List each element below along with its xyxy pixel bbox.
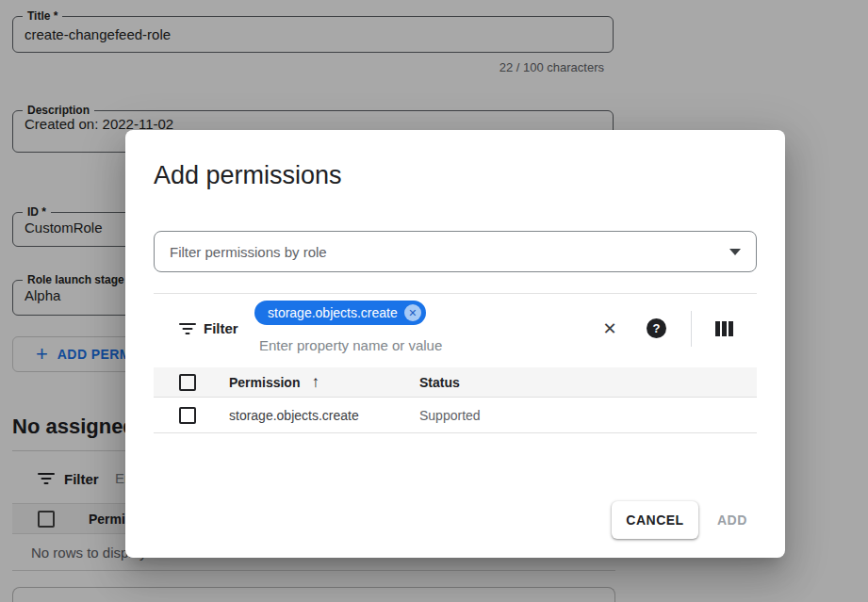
select-all-checkbox[interactable]	[179, 374, 196, 391]
role-dropdown-placeholder: Filter permissions by role	[170, 244, 729, 260]
status-column-header[interactable]: Status	[419, 375, 460, 390]
chip-remove-icon[interactable]: ✕	[404, 304, 421, 321]
permission-column-header[interactable]: Permission ↑	[229, 373, 394, 392]
dialog-title: Add permissions	[154, 161, 342, 190]
status-column-label: Status	[419, 375, 460, 390]
add-button[interactable]: ADD	[717, 501, 747, 539]
divider	[691, 311, 692, 347]
divider	[154, 293, 757, 294]
filter-chip[interactable]: storage.objects.create ✕	[254, 301, 426, 325]
filter-permissions-by-role-dropdown[interactable]: Filter permissions by role	[154, 231, 757, 272]
create-role-page: Title * create-changefeed-role 22 / 100 …	[0, 0, 868, 602]
sort-ascending-icon: ↑	[311, 373, 319, 392]
permissions-table-header: Permission ↑ Status	[154, 367, 757, 398]
status-cell: Supported	[419, 408, 481, 423]
cancel-button[interactable]: CANCEL	[612, 501, 698, 539]
permission-cell: storage.objects.create	[229, 408, 394, 423]
add-permissions-dialog: Add permissions Filter permissions by ro…	[125, 130, 785, 558]
column-display-icon[interactable]	[715, 321, 733, 336]
clear-filter-icon[interactable]: ✕	[598, 317, 622, 341]
filter-chip-label: storage.objects.create	[268, 305, 398, 320]
chevron-down-icon	[729, 249, 741, 255]
filter-icon	[179, 322, 196, 335]
permission-table-row[interactable]: storage.objects.create Supported	[154, 399, 757, 433]
filter-label: Filter	[204, 320, 238, 336]
permission-column-label: Permission	[229, 375, 300, 390]
row-checkbox[interactable]	[179, 407, 196, 424]
help-icon[interactable]: ?	[647, 318, 666, 338]
filter-input-placeholder[interactable]: Enter property name or value	[259, 337, 442, 353]
